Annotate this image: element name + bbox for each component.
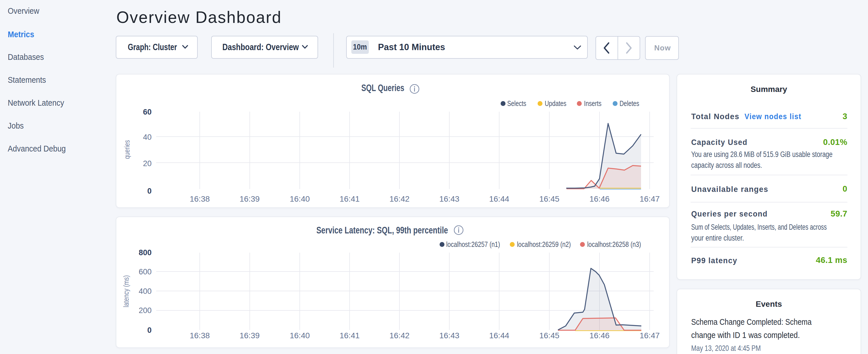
- svg-text:16:47: 16:47: [640, 194, 660, 203]
- svg-text:16:45: 16:45: [539, 331, 559, 340]
- svg-text:16:40: 16:40: [290, 194, 310, 203]
- svg-text:16:40: 16:40: [290, 331, 310, 340]
- svg-text:16:42: 16:42: [390, 331, 409, 340]
- svg-text:16:46: 16:46: [589, 194, 610, 203]
- svg-text:600: 600: [139, 267, 152, 276]
- svg-text:200: 200: [139, 306, 152, 315]
- svg-text:16:45: 16:45: [539, 194, 559, 203]
- svg-text:16:47: 16:47: [640, 331, 660, 340]
- svg-text:20: 20: [143, 159, 152, 168]
- svg-text:800: 800: [139, 248, 152, 257]
- svg-text:16:46: 16:46: [589, 331, 610, 340]
- svg-text:16:41: 16:41: [340, 331, 360, 340]
- svg-text:16:39: 16:39: [240, 331, 260, 340]
- svg-text:latency (ms): latency (ms): [122, 275, 130, 307]
- svg-text:16:39: 16:39: [240, 194, 260, 203]
- svg-text:queries: queries: [123, 140, 131, 159]
- svg-text:60: 60: [143, 108, 152, 116]
- svg-text:0: 0: [147, 187, 152, 195]
- svg-text:16:44: 16:44: [489, 194, 509, 203]
- svg-text:16:43: 16:43: [439, 331, 459, 340]
- svg-text:16:38: 16:38: [190, 331, 210, 340]
- svg-text:40: 40: [143, 133, 152, 141]
- svg-text:0: 0: [147, 326, 152, 334]
- svg-text:16:42: 16:42: [390, 194, 409, 203]
- svg-text:16:38: 16:38: [190, 194, 210, 203]
- svg-text:16:44: 16:44: [489, 331, 509, 340]
- svg-text:16:43: 16:43: [439, 194, 459, 203]
- svg-text:16:41: 16:41: [340, 194, 360, 203]
- svg-text:400: 400: [139, 287, 152, 296]
